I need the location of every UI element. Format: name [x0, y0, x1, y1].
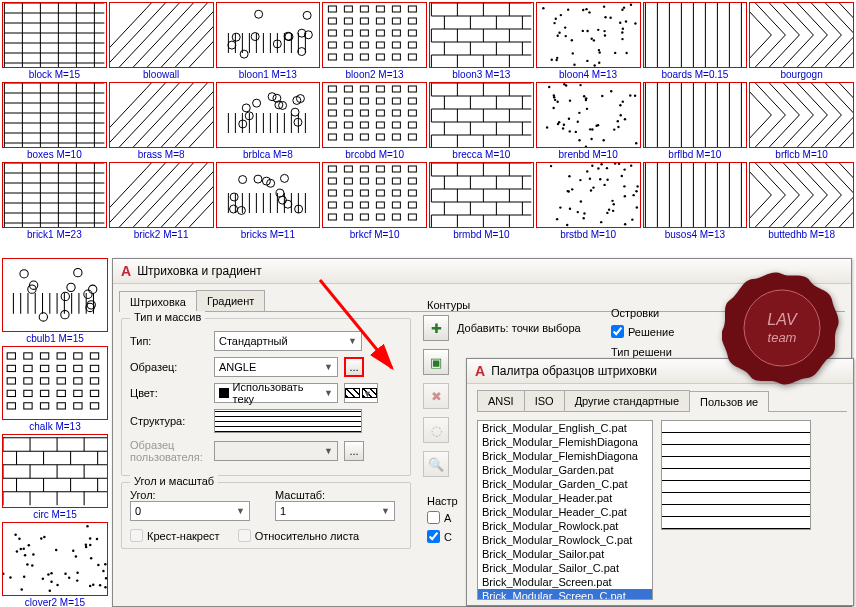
color-pattern-button[interactable]: ▼	[344, 383, 378, 403]
pattern-cell-clover2[interactable]: clover2 M=15	[2, 522, 108, 607]
pattern-file-item[interactable]: Brick_Modular_English_C.pat	[478, 421, 652, 435]
check-cross[interactable]: Крест-накрест	[130, 529, 220, 542]
pattern-file-item[interactable]: Brick_Modular_Header.pat	[478, 491, 652, 505]
svg-point-289	[595, 125, 597, 127]
browse-user-pattern-button[interactable]: ...	[344, 441, 364, 461]
pattern-cell-buttedhb[interactable]: buttedhb M=18	[749, 162, 854, 240]
svg-point-476	[61, 310, 69, 318]
svg-line-13	[110, 3, 151, 67]
svg-point-142	[550, 58, 552, 60]
pattern-cell-brecca[interactable]: brecca M=10	[429, 82, 534, 160]
svg-point-541	[40, 537, 42, 539]
pattern-cell-brick1[interactable]: brick1 M=23	[2, 162, 107, 240]
pattern-cell-cbulb1[interactable]: cbulb1 M=15	[2, 258, 108, 344]
recreate-boundary-button[interactable]: ◌	[423, 417, 449, 443]
pattern-file-item[interactable]: Brick_Modular_Garden.pat	[478, 463, 652, 477]
tab-iso[interactable]: ISO	[524, 390, 565, 411]
pattern-preview	[2, 258, 108, 332]
pattern-file-item[interactable]: Brick_Modular_Sailor.pat	[478, 547, 652, 561]
remove-boundaries-button[interactable]: ✖	[423, 383, 449, 409]
pattern-file-list[interactable]: Brick_Modular_English_C.patBrick_Modular…	[477, 420, 653, 600]
pattern-cell-brenbd[interactable]: brenbd M=10	[536, 82, 641, 160]
pattern-cell-brass[interactable]: brass M=8	[109, 82, 214, 160]
svg-rect-203	[393, 86, 401, 92]
pattern-cell-brblca[interactable]: brblca M=8	[216, 82, 321, 160]
combo-scale[interactable]: 1 ▼	[275, 501, 395, 521]
pattern-cell-chalk[interactable]: chalk M=13	[2, 346, 108, 432]
check-relative[interactable]: Относительно листа	[238, 529, 360, 542]
tab-user[interactable]: Пользов ие	[689, 391, 769, 412]
svg-rect-67	[393, 42, 401, 48]
svg-point-462	[89, 285, 97, 293]
pattern-cell-circ[interactable]: circ M=15	[2, 434, 108, 520]
svg-rect-512	[40, 403, 48, 409]
pattern-caption: cbulb1 M=15	[2, 333, 108, 344]
pattern-file-item[interactable]: Brick_Modular_Header_C.pat	[478, 505, 652, 519]
tab-other[interactable]: Другие стандартные	[564, 390, 690, 411]
svg-point-139	[621, 38, 623, 40]
svg-point-132	[556, 35, 558, 37]
svg-point-583	[50, 572, 52, 574]
combo-angle-value: 0	[135, 505, 141, 517]
pattern-cell-bloon4[interactable]: bloon4 M=13	[536, 2, 641, 80]
pattern-file-item[interactable]: Brick_Modular_Rowlock_C.pat	[478, 533, 652, 547]
svg-rect-488	[40, 353, 48, 359]
pattern-cell-boards[interactable]: boards M=0.15	[643, 2, 748, 80]
pattern-cell-bourgogn[interactable]: bourgogn	[749, 2, 854, 80]
pattern-file-item[interactable]: Brick_Modular_FlemishDiagona	[478, 435, 652, 449]
pattern-cell-block[interactable]: block M=15	[2, 2, 107, 80]
pattern-cell-bloon2[interactable]: bloon2 M=13	[322, 2, 427, 80]
combo-type[interactable]: Стандартный ▼	[214, 331, 362, 351]
pattern-caption: busos4 M=13	[643, 229, 748, 240]
pattern-preview	[749, 162, 854, 228]
pattern-cell-busos4[interactable]: busos4 M=13	[643, 162, 748, 240]
svg-point-108	[625, 52, 627, 54]
pattern-cell-brick2[interactable]: brick2 M=11	[109, 162, 214, 240]
pattern-cell-brflbd[interactable]: brflbd M=10	[643, 82, 748, 160]
pattern-cell-brmbd[interactable]: brmbd M=10	[429, 162, 534, 240]
chevron-down-icon: ▼	[348, 336, 357, 346]
pattern-preview	[429, 82, 534, 148]
browse-pattern-button[interactable]: ...	[344, 357, 364, 377]
add-select-objects-button[interactable]: ▣	[423, 349, 449, 375]
combo-type-value: Стандартный	[219, 335, 288, 347]
tab-gradient[interactable]: Градиент	[196, 290, 265, 311]
svg-point-31	[254, 10, 262, 18]
svg-text:LAV: LAV	[767, 311, 798, 328]
app-icon: A	[475, 363, 485, 379]
pattern-cell-bricks[interactable]: bricks M=11	[216, 162, 321, 240]
pattern-cell-bloowall[interactable]: bloowall	[109, 2, 214, 80]
pattern-cell-bloon1[interactable]: bloon1 M=13	[216, 2, 321, 80]
tab-hatch[interactable]: Штриховка	[119, 291, 197, 312]
pattern-cell-brflcb[interactable]: brflcb M=10	[749, 82, 854, 160]
structure-preview[interactable]	[214, 409, 362, 433]
svg-point-27	[232, 33, 240, 41]
pattern-file-item[interactable]: Brick_Modular_Screen_C.pat	[478, 589, 652, 600]
add-pick-points-button[interactable]: ✚	[423, 315, 449, 341]
pattern-file-item[interactable]: Brick_Modular_Garden_C.pat	[478, 477, 652, 491]
pattern-cell-brcobd[interactable]: brcobd M=10	[322, 82, 427, 160]
combo-angle[interactable]: 0 ▼	[130, 501, 250, 521]
pattern-file-item[interactable]: Brick_Modular_Sailor_C.pat	[478, 561, 652, 575]
combo-color[interactable]: Использовать теку ▼	[214, 383, 338, 403]
svg-rect-219	[361, 122, 369, 128]
combo-pattern[interactable]: ANGLE ▼	[214, 357, 338, 377]
view-selections-button[interactable]: 🔍	[423, 451, 449, 477]
svg-point-561	[18, 537, 20, 539]
svg-point-446	[612, 210, 614, 212]
svg-point-21	[297, 48, 305, 56]
pattern-cell-brkcf[interactable]: brkcf M=10	[322, 162, 427, 240]
svg-point-140	[559, 14, 561, 16]
pattern-file-item[interactable]: Brick_Modular_FlemishDiagona	[478, 449, 652, 463]
svg-rect-227	[393, 134, 401, 140]
pattern-file-item[interactable]: Brick_Modular_Rowlock.pat	[478, 519, 652, 533]
svg-point-111	[570, 39, 572, 41]
add-pick-points-label: Добавить: точки выбора	[457, 322, 581, 334]
pattern-cell-boxes[interactable]: boxes M=10	[2, 82, 107, 160]
pattern-cell-bloon3[interactable]: bloon3 M=13	[429, 2, 534, 80]
combo-pattern-value: ANGLE	[219, 361, 256, 373]
pattern-cell-brstbd[interactable]: brstbd M=10	[536, 162, 641, 240]
pattern-file-item[interactable]: Brick_Modular_Screen.pat	[478, 575, 652, 589]
tab-ansi[interactable]: ANSI	[477, 390, 525, 411]
svg-point-424	[576, 211, 578, 213]
